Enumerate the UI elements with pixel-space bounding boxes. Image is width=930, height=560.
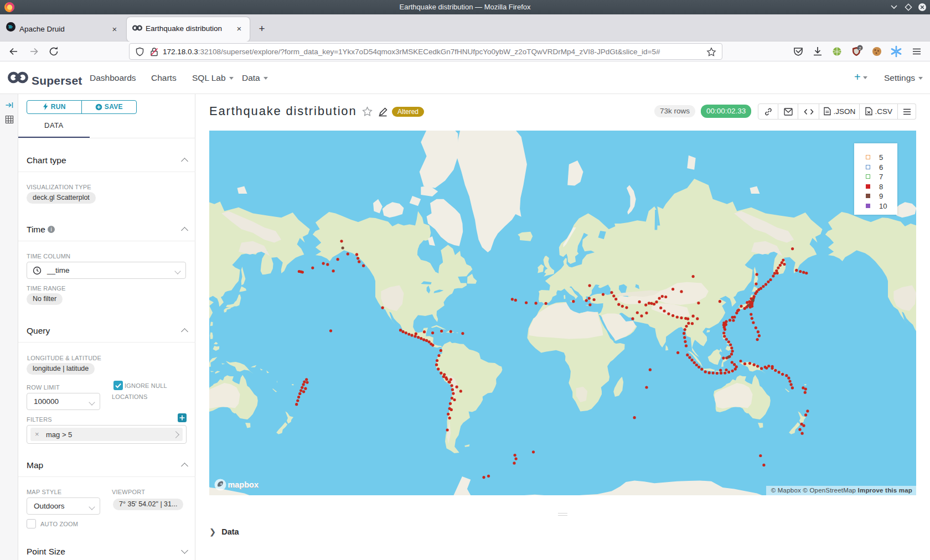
svg-text:mapbox: mapbox xyxy=(228,480,259,489)
svg-text:2: 2 xyxy=(859,46,861,51)
